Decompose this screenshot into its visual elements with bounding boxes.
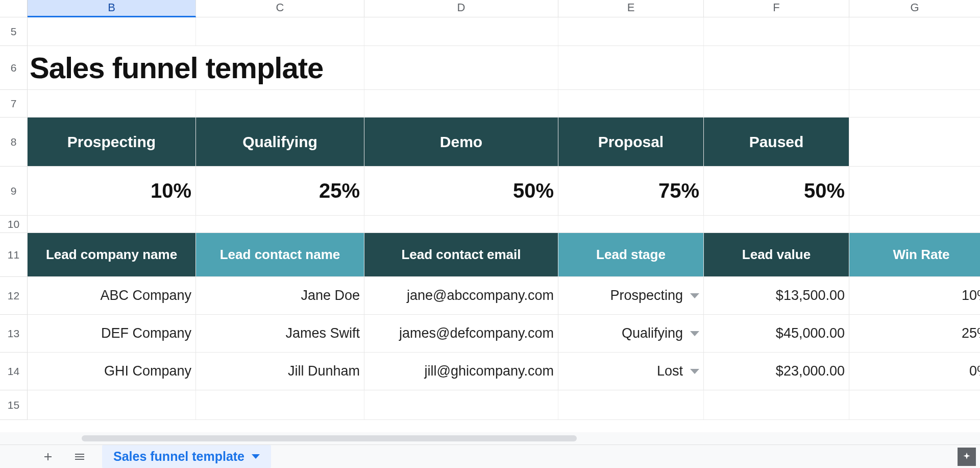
- column-header-g[interactable]: G: [849, 0, 980, 17]
- cell-c5[interactable]: [196, 17, 364, 45]
- row-header-10[interactable]: 10: [0, 216, 28, 233]
- cell-g7[interactable]: [849, 90, 980, 117]
- sheet-tab-menu-arrow-icon[interactable]: [252, 454, 260, 459]
- row-header-11[interactable]: 11: [0, 233, 28, 277]
- sheet-tab-active[interactable]: Sales funnel template: [102, 445, 271, 468]
- all-sheets-button[interactable]: [70, 448, 89, 466]
- lead-0-value[interactable]: $13,500.00: [704, 277, 849, 314]
- cell-b15[interactable]: [28, 390, 196, 419]
- cell-c10[interactable]: [196, 216, 364, 232]
- lead-1-stage-label: Qualifying: [622, 325, 683, 341]
- lead-2-email[interactable]: jill@ghicompany.com: [364, 353, 558, 390]
- dropdown-arrow-icon[interactable]: [690, 293, 699, 298]
- row-header-7[interactable]: 7: [0, 90, 28, 118]
- add-sheet-button[interactable]: [39, 448, 57, 466]
- row-8-stage-headers: Prospecting Qualifying Demo Proposal Pau…: [28, 118, 980, 167]
- dropdown-arrow-icon[interactable]: [690, 331, 699, 336]
- cell-b7[interactable]: [28, 90, 196, 117]
- cell-f6[interactable]: [704, 46, 849, 89]
- cell-g8[interactable]: [849, 118, 980, 166]
- lead-2-stage[interactable]: Lost: [558, 353, 704, 390]
- cell-e6[interactable]: [558, 46, 704, 89]
- cell-d15[interactable]: [364, 390, 558, 419]
- horizontal-scrollbar-thumb[interactable]: [82, 435, 577, 441]
- th-stage[interactable]: Lead stage: [558, 233, 704, 276]
- th-email[interactable]: Lead contact email: [364, 233, 558, 276]
- row-header-15[interactable]: 15: [0, 390, 28, 420]
- row-header-13[interactable]: 13: [0, 315, 28, 353]
- cell-f7[interactable]: [704, 90, 849, 117]
- cell-e5[interactable]: [558, 17, 704, 45]
- column-header-e[interactable]: E: [558, 0, 704, 17]
- row-header-12[interactable]: 12: [0, 277, 28, 315]
- th-value[interactable]: Lead value: [704, 233, 849, 276]
- row-header-9[interactable]: 9: [0, 167, 28, 216]
- row-12-lead: ABC Company Jane Doe jane@abccompany.com…: [28, 277, 980, 315]
- horizontal-scrollbar-track[interactable]: [0, 432, 980, 444]
- cell-e10[interactable]: [558, 216, 704, 232]
- cell-e15[interactable]: [558, 390, 704, 419]
- column-header-d[interactable]: D: [364, 0, 558, 17]
- lead-1-company[interactable]: DEF Company: [28, 315, 196, 352]
- lead-0-email[interactable]: jane@abccompany.com: [364, 277, 558, 314]
- lead-1-contact[interactable]: James Swift: [196, 315, 364, 352]
- row-header-8[interactable]: 8: [0, 118, 28, 167]
- cell-d6[interactable]: [364, 46, 558, 89]
- th-company[interactable]: Lead company name: [28, 233, 196, 276]
- lead-0-company[interactable]: ABC Company: [28, 277, 196, 314]
- cell-b5[interactable]: [28, 17, 196, 45]
- cell-g15[interactable]: [849, 390, 980, 419]
- cell-g6[interactable]: [849, 46, 980, 89]
- lead-1-stage[interactable]: Qualifying: [558, 315, 704, 352]
- cell-c6[interactable]: [196, 46, 364, 89]
- stage-header-demo[interactable]: Demo: [364, 118, 558, 166]
- stage-header-proposal[interactable]: Proposal: [558, 118, 704, 166]
- column-header-b[interactable]: B: [28, 0, 196, 17]
- dropdown-arrow-icon[interactable]: [690, 369, 699, 374]
- row-header-6[interactable]: 6: [0, 46, 28, 90]
- lead-0-winrate[interactable]: 10%: [849, 277, 980, 314]
- th-contact[interactable]: Lead contact name: [196, 233, 364, 276]
- lead-2-contact[interactable]: Jill Dunham: [196, 353, 364, 390]
- stage-pct-demo[interactable]: 50%: [364, 167, 558, 215]
- column-header-bar: B C D E F G: [0, 0, 980, 17]
- cell-f5[interactable]: [704, 17, 849, 45]
- row-header-gutter: 5 6 7 8 9 10 11 12 13 14 15: [0, 17, 28, 432]
- stage-header-paused[interactable]: Paused: [704, 118, 849, 166]
- column-header-c[interactable]: C: [196, 0, 364, 17]
- lead-0-contact[interactable]: Jane Doe: [196, 277, 364, 314]
- lead-2-winrate[interactable]: 0%: [849, 353, 980, 390]
- cell-b10[interactable]: [28, 216, 196, 232]
- stage-pct-proposal[interactable]: 75%: [558, 167, 704, 215]
- lead-2-value[interactable]: $23,000.00: [704, 353, 849, 390]
- stage-header-prospecting[interactable]: Prospecting: [28, 118, 196, 166]
- plus-icon: [42, 451, 54, 463]
- lead-1-winrate[interactable]: 25%: [849, 315, 980, 352]
- cell-e7[interactable]: [558, 90, 704, 117]
- cell-f10[interactable]: [704, 216, 849, 232]
- lead-1-email[interactable]: james@defcompany.com: [364, 315, 558, 352]
- cell-c15[interactable]: [196, 390, 364, 419]
- stage-pct-paused[interactable]: 50%: [704, 167, 849, 215]
- lead-1-value[interactable]: $45,000.00: [704, 315, 849, 352]
- cell-d7[interactable]: [364, 90, 558, 117]
- cell-f15[interactable]: [704, 390, 849, 419]
- lead-0-stage[interactable]: Prospecting: [558, 277, 704, 314]
- row-header-14[interactable]: 14: [0, 353, 28, 390]
- cell-c7[interactable]: [196, 90, 364, 117]
- column-header-f[interactable]: F: [704, 0, 849, 17]
- cell-d5[interactable]: [364, 17, 558, 45]
- th-winrate[interactable]: Win Rate: [849, 233, 980, 276]
- lead-2-company[interactable]: GHI Company: [28, 353, 196, 390]
- stage-pct-qualifying[interactable]: 25%: [196, 167, 364, 215]
- cell-d10[interactable]: [364, 216, 558, 232]
- cell-g10[interactable]: [849, 216, 980, 232]
- cell-b6-title[interactable]: Sales funnel template: [28, 46, 196, 89]
- stage-header-qualifying[interactable]: Qualifying: [196, 118, 364, 166]
- stage-pct-prospecting[interactable]: 10%: [28, 167, 196, 215]
- cell-g9[interactable]: [849, 167, 980, 215]
- row-header-5[interactable]: 5: [0, 17, 28, 46]
- select-all-corner[interactable]: [0, 0, 28, 17]
- cell-g5[interactable]: [849, 17, 980, 45]
- explore-button[interactable]: [958, 448, 976, 466]
